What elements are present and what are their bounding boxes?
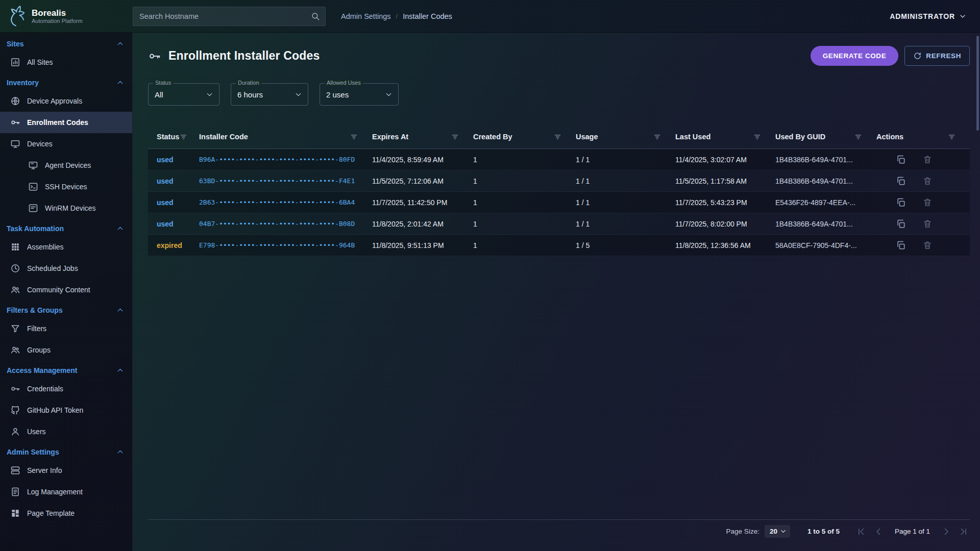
filter-value: 2 uses [326,90,349,99]
filter-list-icon[interactable] [350,133,358,141]
first-page-button[interactable] [855,525,867,538]
expires-at-cell: 11/7/2025, 11:42:50 PM [372,198,473,207]
previous-page-button[interactable] [872,525,885,538]
sidebar-item-groups[interactable]: Groups [0,339,132,361]
sidebar-item-label: Groups [27,346,51,354]
usage-cell: 1 / 1 [576,177,675,185]
brand-name: Borealis [32,8,83,18]
sidebar-item-log-management[interactable]: Log Management [0,481,132,503]
copy-code-button[interactable] [896,219,906,229]
sidebar-section-access-management[interactable]: Access Management [0,361,132,378]
delete-code-button[interactable] [922,219,933,229]
sidebar-section-admin-settings[interactable]: Admin Settings [0,442,132,460]
last-page-button[interactable] [958,525,970,538]
sidebar: SitesAll SitesInventoryDevice ApprovalsE… [0,33,133,551]
sidebar-item-community-content[interactable]: Community Content [0,279,132,300]
topbar: Borealis Automation Platform Admin Setti… [0,0,980,33]
search-input[interactable] [138,12,307,21]
sidebar-item-label: Device Approvals [27,97,82,105]
copy-code-button[interactable] [896,155,906,165]
delete-code-button[interactable] [922,155,933,165]
usage-cell: 1 / 5 [576,241,675,249]
filter-list-icon[interactable] [653,133,662,141]
chevron-down-icon [959,12,967,20]
filter-value: 6 hours [237,90,263,99]
delete-code-button[interactable] [922,176,933,186]
installer-code[interactable]: B96A-••••-••••-••••-••••-••••-••••-80FD [199,156,372,163]
next-page-button[interactable] [940,525,952,538]
breadcrumb-admin-settings[interactable]: Admin Settings [341,12,391,20]
column-header-created-by: Created By [473,125,576,148]
sidebar-section-label: Task Automation [7,224,64,233]
chevron-up-icon [116,39,125,48]
sidebar-item-agent-devices[interactable]: Agent Devices [0,155,132,176]
sidebar-section-sites[interactable]: Sites [0,34,132,52]
sidebar-item-label: Server Info [27,466,62,474]
installer-code[interactable]: 2B63-••••-••••-••••-••••-••••-••••-6BA4 [199,198,372,206]
copy-code-button[interactable] [896,240,906,251]
installer-code[interactable]: E798-••••-••••-••••-••••-••••-••••-964B [199,241,372,249]
column-header-label: Actions [876,133,903,141]
user-menu[interactable]: ADMINISTRATOR [890,12,967,20]
main-content: Enrollment Installer Codes GENERATE CODE… [133,33,980,551]
column-header-last-used: Last Used [675,125,775,148]
sidebar-item-page-template[interactable]: Page Template [0,503,132,524]
sidebar-item-scheduled-jobs[interactable]: Scheduled Jobs [0,258,132,279]
generate-code-button[interactable]: GENERATE CODE [811,46,899,66]
sidebar-item-devices[interactable]: Devices [0,133,132,155]
filter-list-icon[interactable] [553,133,562,141]
sidebar-item-filters[interactable]: Filters [0,318,132,339]
sidebar-item-device-approvals[interactable]: Device Approvals [0,90,132,112]
search-box[interactable] [133,7,326,26]
refresh-button[interactable]: REFRESH [904,46,970,66]
column-header-label: Installer Code [199,133,248,141]
table-row: used2B63-••••-••••-••••-••••-••••-••••-6… [148,192,970,213]
filter-allowed-uses[interactable]: Allowed Uses2 uses [320,83,399,106]
column-header-expires-at: Expires At [372,125,473,148]
agent-device-icon [28,160,38,170]
delete-code-button[interactable] [922,240,933,251]
sidebar-item-winrm-devices[interactable]: WinRM Devices [0,197,132,219]
filter-list-icon[interactable] [854,133,863,141]
filter-list-icon[interactable] [451,133,459,141]
sidebar-item-credentials[interactable]: Credentials [0,378,132,399]
sidebar-section-task-automation[interactable]: Task Automation [0,219,132,236]
sidebar-section-inventory[interactable]: Inventory [0,73,132,90]
sidebar-item-enrollment-codes[interactable]: Enrollment Codes [0,112,132,133]
usage-cell: 1 / 1 [576,198,675,207]
chevron-down-icon [384,90,393,99]
clock-icon [10,263,20,273]
sidebar-item-github-api-token[interactable]: GitHub API Token [0,399,132,421]
filter-label: Duration [236,80,261,86]
sidebar-item-label: Page Template [27,509,75,517]
copy-code-button[interactable] [896,197,906,208]
filter-duration[interactable]: Duration6 hours [231,83,308,106]
sidebar-section-filters-groups[interactable]: Filters & Groups [0,300,132,318]
sidebar-item-users[interactable]: Users [0,421,132,442]
sidebar-item-server-info[interactable]: Server Info [0,460,132,481]
filter-list-icon[interactable] [947,133,956,141]
sidebar-item-label: Assemblies [27,243,64,251]
page-size-select[interactable]: 20 [765,525,790,538]
sidebar-item-ssh-devices[interactable]: SSH Devices [0,176,132,197]
created-by-cell: 1 [473,177,576,185]
sidebar-item-label: Agent Devices [45,161,91,169]
last-used-cell: 11/4/2025, 3:02:07 AM [675,156,775,164]
filter-list-icon[interactable] [179,133,188,141]
last-page-icon [959,527,969,537]
refresh-button-label: REFRESH [926,52,961,60]
installer-code[interactable]: 04B7-••••-••••-••••-••••-••••-••••-B08D [199,220,372,228]
filter-status[interactable]: StatusAll [148,83,219,106]
copy-code-button[interactable] [896,176,906,186]
delete-code-button[interactable] [922,197,933,208]
breadcrumb-installer-codes[interactable]: Installer Codes [403,12,452,20]
sidebar-item-all-sites[interactable]: All Sites [0,52,132,73]
page-indicator: Page 1 of 1 [895,528,930,535]
scrollbar-thumb[interactable] [976,36,979,131]
github-icon [10,405,20,415]
column-header-actions: Actions [876,125,970,148]
created-by-cell: 1 [473,220,576,228]
installer-code[interactable]: 63BD-••••-••••-••••-••••-••••-••••-F4E1 [199,177,372,185]
filter-list-icon[interactable] [753,133,762,141]
sidebar-item-assemblies[interactable]: Assemblies [0,236,132,258]
